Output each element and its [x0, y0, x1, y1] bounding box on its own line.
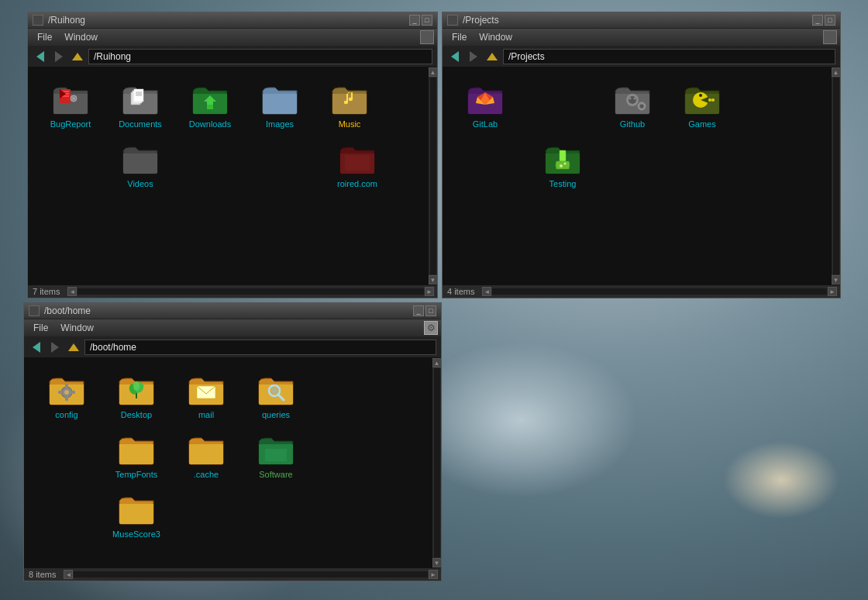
ruihong-content: BugReport Docu: [28, 67, 437, 284]
music-icon: [331, 83, 368, 116]
svg-rect-48: [265, 449, 287, 461]
scroll-left[interactable]: ◄: [482, 287, 491, 296]
menu-file[interactable]: File: [27, 321, 54, 335]
maximize-button[interactable]: □: [425, 305, 436, 316]
list-item[interactable]: .cache: [171, 426, 241, 485]
list-item[interactable]: Software: [241, 426, 311, 485]
item-label: roired.com: [337, 179, 377, 188]
menu-window[interactable]: Window: [58, 30, 104, 44]
list-item[interactable]: Github: [598, 75, 667, 135]
scroll-down[interactable]: ▼: [832, 275, 841, 284]
scrollbar-h[interactable]: ◄ ►: [60, 568, 441, 581]
menu-file[interactable]: File: [31, 30, 58, 44]
menu-extra-btn[interactable]: ⚙: [424, 321, 438, 335]
forward-button[interactable]: [51, 49, 67, 64]
desktop-icon: [118, 374, 155, 406]
list-item[interactable]: Desktop: [102, 366, 171, 426]
status-bar: 7 items: [28, 285, 64, 298]
scroll-left[interactable]: ◄: [67, 287, 77, 296]
list-item[interactable]: BugReport: [36, 75, 105, 135]
minimize-button[interactable]: _: [812, 15, 823, 26]
scroll-down[interactable]: ▼: [429, 275, 438, 284]
list-item[interactable]: Music: [315, 75, 384, 135]
folder-icon: [257, 372, 295, 407]
scroll-right[interactable]: ►: [828, 287, 837, 296]
item-label: config: [55, 410, 78, 419]
status-bar: 8 items: [24, 568, 60, 581]
scroll-up[interactable]: ▲: [429, 67, 438, 77]
menu-file[interactable]: File: [446, 30, 473, 44]
list-item[interactable]: Games: [667, 75, 737, 135]
projects-title: /Projects: [463, 15, 499, 26]
musescore-icon: [118, 493, 155, 526]
ruihong-window: /Ruihong _ □ File Window: [27, 12, 438, 298]
back-button[interactable]: [33, 49, 48, 64]
titlebar-controls: _ □: [413, 305, 436, 316]
folder-icon: [338, 141, 377, 176]
location-input[interactable]: [84, 340, 436, 355]
svg-rect-40: [71, 391, 75, 394]
folder-icon: [121, 141, 160, 176]
scroll-right[interactable]: ►: [429, 570, 438, 579]
gitlab-icon: [467, 83, 504, 116]
maximize-button[interactable]: □: [825, 15, 835, 26]
item-label: Github: [620, 119, 645, 129]
svg-point-33: [560, 164, 563, 167]
list-item[interactable]: GitLab: [450, 75, 520, 135]
folder-icon: [543, 141, 582, 176]
item-label: queries: [262, 410, 290, 419]
up-button[interactable]: [70, 49, 85, 64]
scroll-up[interactable]: ▲: [432, 358, 442, 367]
window-icon: [29, 305, 40, 316]
window-icon: [447, 15, 458, 26]
item-label: Documents: [119, 119, 162, 129]
list-item[interactable]: MuseScore3: [102, 485, 171, 545]
location-input[interactable]: [503, 49, 835, 64]
maximize-button[interactable]: □: [422, 15, 432, 26]
forward-button[interactable]: [466, 49, 481, 64]
scrollbar-h[interactable]: ◄ ►: [64, 285, 437, 298]
up-button[interactable]: [484, 49, 500, 64]
boot-home-scrollbar-v[interactable]: ▲ ▼: [432, 358, 441, 567]
minimize-button[interactable]: _: [409, 15, 420, 26]
back-button[interactable]: [447, 49, 463, 64]
item-label: mail: [198, 410, 214, 419]
svg-rect-37: [65, 384, 68, 388]
roired-icon: [339, 143, 376, 175]
svg-point-34: [564, 162, 567, 164]
item-label: Images: [266, 119, 294, 129]
menu-extra-btn[interactable]: [420, 30, 434, 44]
list-item[interactable]: Testing: [528, 135, 598, 195]
ruihong-scrollbar-v[interactable]: ▲ ▼: [428, 67, 437, 284]
scroll-track: [434, 368, 440, 557]
scroll-left[interactable]: ◄: [64, 570, 73, 579]
item-label: BugReport: [50, 119, 91, 129]
list-item[interactable]: Images: [245, 75, 315, 135]
back-button[interactable]: [29, 340, 44, 355]
up-button[interactable]: [66, 340, 81, 355]
location-input[interactable]: [88, 49, 432, 64]
projects-content: GitLab: [443, 67, 840, 284]
scroll-right[interactable]: ►: [425, 287, 434, 296]
list-item[interactable]: mail: [171, 366, 241, 426]
list-item[interactable]: Videos: [105, 135, 175, 195]
menu-extra-btn[interactable]: [823, 30, 837, 44]
projects-scrollbar-v[interactable]: ▲ ▼: [831, 67, 840, 284]
folder-icon: [117, 372, 156, 407]
list-item[interactable]: TempFonts: [102, 426, 171, 485]
boot-home-menubar: File Window ⚙: [24, 319, 441, 337]
videos-icon: [122, 143, 159, 175]
scrollbar-h[interactable]: ◄ ►: [479, 285, 840, 298]
folder-icon: [191, 81, 229, 116]
scroll-down[interactable]: ▼: [432, 558, 442, 567]
menu-window[interactable]: Window: [473, 30, 518, 44]
scroll-up[interactable]: ▲: [832, 67, 841, 77]
list-item[interactable]: queries: [241, 366, 311, 426]
list-item[interactable]: roired.com: [322, 135, 392, 195]
menu-window[interactable]: Window: [54, 321, 100, 335]
forward-button[interactable]: [47, 340, 63, 355]
list-item[interactable]: config: [32, 366, 102, 426]
list-item[interactable]: Documents: [105, 75, 175, 135]
list-item[interactable]: Downloads: [175, 75, 245, 135]
minimize-button[interactable]: _: [413, 305, 424, 316]
